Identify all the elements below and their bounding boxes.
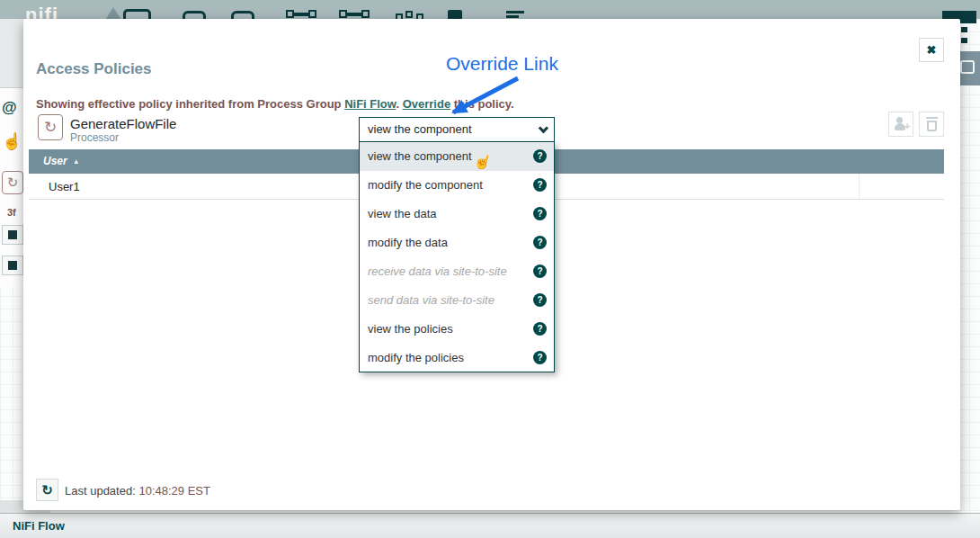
annotation-text: Override Link bbox=[446, 53, 558, 75]
annotation-arrow-icon bbox=[439, 75, 529, 120]
delete-button[interactable] bbox=[919, 112, 944, 137]
help-icon[interactable]: ? bbox=[533, 293, 547, 307]
output-port-icon[interactable] bbox=[231, 11, 254, 19]
add-user-icon: + bbox=[895, 117, 904, 126]
policy-option-send-data-via-site-to-site[interactable]: send data via site-to-site ? bbox=[360, 286, 554, 315]
nifi-logo: nifi bbox=[25, 4, 58, 19]
policy-option-modify-the-policies[interactable]: modify the policies ? bbox=[360, 344, 554, 372]
policy-option-view-the-policies[interactable]: view the policies ? bbox=[360, 315, 554, 344]
processor-stamp-icon: ↻ bbox=[38, 114, 63, 140]
nifi-logo-mark bbox=[101, 7, 126, 19]
component-id-partial: 3f bbox=[7, 207, 16, 218]
help-icon[interactable]: ? bbox=[533, 149, 547, 163]
refresh-icon[interactable]: ↻ bbox=[36, 479, 58, 501]
close-icon[interactable]: ✖ bbox=[919, 38, 944, 62]
chevron-down-icon bbox=[539, 123, 548, 133]
funnel-icon[interactable] bbox=[396, 11, 426, 19]
help-icon[interactable]: ? bbox=[533, 178, 547, 192]
input-port-icon[interactable] bbox=[183, 11, 206, 19]
policy-select[interactable]: view the component bbox=[359, 117, 555, 142]
menu-dot-icon bbox=[961, 27, 967, 32]
label-icon[interactable] bbox=[448, 10, 462, 19]
policy-option-view-the-component[interactable]: view the component ☝ ? bbox=[360, 142, 554, 171]
process-group-icon[interactable] bbox=[286, 10, 316, 19]
policy-option-modify-the-component[interactable]: modify the component ? bbox=[360, 171, 554, 200]
help-icon[interactable]: ? bbox=[533, 322, 547, 336]
app-header: nifi bbox=[0, 0, 980, 19]
help-icon[interactable]: ? bbox=[533, 351, 547, 364]
add-user-button[interactable]: + bbox=[888, 112, 913, 137]
sort-asc-icon: ▲ bbox=[73, 157, 80, 166]
user-cell: User1 bbox=[49, 174, 80, 200]
dialog-title: Access Policies bbox=[36, 60, 152, 78]
row-actions-cell bbox=[859, 174, 944, 199]
breadcrumb[interactable]: NiFi Flow bbox=[13, 519, 65, 533]
operate-button[interactable] bbox=[2, 256, 23, 275]
operate-palette: @ ☝ ↻ 3f bbox=[0, 88, 23, 288]
policy-option-receive-data-via-site-to-site[interactable]: receive data via site-to-site ? bbox=[360, 257, 554, 286]
help-icon[interactable]: ? bbox=[533, 265, 547, 278]
processor-icon[interactable] bbox=[123, 9, 151, 19]
status-bar: NiFi Flow bbox=[0, 513, 980, 538]
operate-hand-icon: ☝ bbox=[2, 131, 22, 151]
note-icon bbox=[960, 60, 975, 74]
process-group-link[interactable]: NiFi Flow bbox=[344, 97, 396, 111]
component-type: Processor bbox=[70, 131, 119, 144]
remote-process-group-icon[interactable] bbox=[339, 10, 370, 19]
help-icon[interactable]: ? bbox=[533, 236, 547, 249]
policy-option-view-the-data[interactable]: view the data ? bbox=[360, 200, 554, 229]
last-updated-time: 10:48:29 EST bbox=[138, 484, 210, 498]
trash-icon bbox=[926, 117, 938, 131]
menu-dot-icon bbox=[961, 38, 967, 43]
policy-options-list: view the component ☝ ? modify the compon… bbox=[359, 142, 555, 372]
navigate-compass-icon[interactable]: @ bbox=[2, 99, 17, 117]
operate-button[interactable] bbox=[2, 225, 23, 245]
toolbar-strip bbox=[0, 19, 23, 88]
policy-option-modify-the-data[interactable]: modify the data ? bbox=[360, 229, 554, 257]
navigate-panel bbox=[958, 51, 980, 85]
help-icon[interactable]: ? bbox=[533, 207, 547, 220]
processor-stamp-icon: ↻ bbox=[2, 171, 23, 194]
last-updated: Last updated: 10:48:29 EST bbox=[65, 484, 210, 498]
nifi-app: nifi @ ☝ ↻ 3f NiFi Flow bbox=[0, 0, 980, 538]
access-policies-dialog: Access Policies ✖ Showing effective poli… bbox=[23, 19, 960, 510]
component-name: GenerateFlowFile bbox=[70, 116, 176, 131]
template-icon[interactable] bbox=[506, 11, 526, 19]
